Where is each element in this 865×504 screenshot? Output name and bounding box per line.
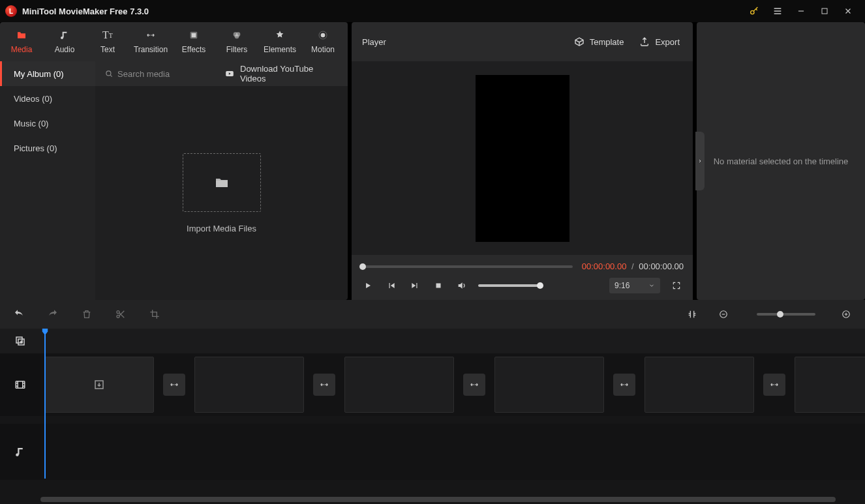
timeline-track-headers — [0, 329, 40, 504]
zoom-out-button[interactable] — [719, 310, 731, 319]
media-panel: Media Audio TT Text Transition — [0, 22, 348, 300]
prev-frame-button[interactable] — [384, 278, 399, 293]
split-button[interactable] — [114, 307, 128, 321]
play-button[interactable] — [361, 278, 375, 293]
tab-transition[interactable]: Transition — [129, 22, 172, 61]
tab-media[interactable]: Media — [0, 22, 43, 61]
video-track-header[interactable] — [0, 353, 40, 416]
transition-icon — [145, 29, 157, 41]
tab-text[interactable]: TT Text — [86, 22, 129, 61]
next-frame-button[interactable] — [408, 278, 422, 293]
timeline-scrollbar[interactable] — [40, 497, 852, 502]
sidebar-item-videos[interactable]: Videos (0) — [0, 86, 95, 111]
seek-slider[interactable] — [361, 265, 573, 268]
volume-button[interactable] — [455, 278, 469, 293]
elements-icon — [275, 29, 285, 41]
transition-slot[interactable] — [763, 374, 785, 396]
undo-button[interactable] — [12, 307, 26, 321]
crop-button[interactable] — [147, 307, 162, 321]
svg-point-9 — [106, 71, 111, 76]
time-separator: / — [629, 261, 637, 271]
tab-transition-label: Transition — [134, 45, 168, 54]
delete-button[interactable] — [80, 307, 94, 321]
text-icon: TT — [102, 29, 113, 41]
zoom-slider[interactable] — [757, 313, 815, 316]
tab-elements[interactable]: Elements — [258, 22, 301, 61]
transition-slot[interactable] — [163, 374, 185, 396]
svg-rect-11 — [216, 181, 228, 187]
timeline — [0, 300, 865, 504]
timeline-ruler[interactable] — [40, 329, 865, 353]
clip-slot[interactable] — [344, 357, 454, 413]
svg-rect-19 — [16, 381, 25, 389]
import-dropzone-box[interactable] — [183, 153, 261, 212]
music-note-icon — [59, 29, 70, 41]
tab-text-label: Text — [100, 45, 115, 54]
template-icon — [574, 37, 584, 47]
folder-open-icon — [213, 175, 231, 190]
tab-motion-label: Motion — [311, 45, 335, 54]
aspect-ratio-select[interactable]: 9:16 — [609, 278, 660, 293]
add-track-button[interactable] — [0, 329, 40, 353]
sidebar-item-label: Pictures (0) — [14, 143, 57, 153]
volume-slider[interactable] — [478, 284, 541, 287]
sidebar-item-pictures[interactable]: Pictures (0) — [0, 136, 95, 160]
transition-slot[interactable] — [613, 374, 635, 396]
clip-slot[interactable] — [494, 357, 604, 413]
svg-point-6 — [235, 35, 239, 39]
window-close-button[interactable] — [836, 0, 860, 22]
window-maximize-button[interactable] — [813, 0, 836, 22]
audio-track[interactable] — [40, 424, 865, 480]
fit-timeline-button[interactable] — [685, 307, 699, 321]
unlock-key-icon[interactable] — [742, 0, 766, 22]
timeline-tracks[interactable] — [40, 329, 865, 504]
clip-slot[interactable] — [44, 357, 154, 413]
search-input[interactable] — [117, 69, 209, 79]
fullscreen-button[interactable] — [669, 278, 684, 293]
sidebar-item-label: Videos (0) — [14, 94, 52, 104]
transition-slot[interactable] — [463, 374, 485, 396]
youtube-download-icon — [224, 69, 235, 78]
media-dropzone[interactable]: Import Media Files — [95, 86, 348, 300]
svg-point-7 — [321, 33, 326, 38]
zoom-in-button[interactable] — [842, 310, 853, 319]
app-logo-icon — [5, 5, 17, 17]
inspector-empty-message: No material selected on the timeline — [714, 156, 849, 166]
tab-effects[interactable]: Effects — [172, 22, 215, 61]
template-button[interactable]: Template — [571, 33, 627, 51]
hamburger-menu-icon[interactable] — [766, 0, 789, 22]
svg-point-0 — [751, 10, 754, 14]
export-label: Export — [655, 37, 680, 47]
sidebar-item-label: My Album (0) — [14, 69, 64, 79]
sidebar-item-music[interactable]: Music (0) — [0, 111, 95, 136]
playhead[interactable] — [44, 329, 46, 479]
chevron-down-icon — [648, 282, 655, 289]
export-button[interactable]: Export — [637, 33, 682, 51]
panel-collapse-handle[interactable] — [695, 132, 705, 190]
download-youtube-button[interactable]: Download YouTube Videos — [224, 64, 339, 83]
tab-filters[interactable]: Filters — [215, 22, 258, 61]
window-minimize-button[interactable] — [789, 0, 813, 22]
transition-slot[interactable] — [313, 374, 335, 396]
player-title: Player — [362, 37, 386, 47]
stop-button[interactable] — [431, 278, 446, 293]
clip-slot[interactable] — [795, 357, 865, 413]
tab-effects-label: Effects — [182, 45, 205, 54]
timeline-toolbar — [0, 300, 865, 329]
tab-elements-label: Elements — [264, 45, 296, 54]
clip-slot[interactable] — [645, 357, 754, 413]
sidebar-item-my-album[interactable]: My Album (0) — [0, 61, 95, 86]
clip-slot[interactable] — [194, 357, 304, 413]
category-tabs: Media Audio TT Text Transition — [0, 22, 348, 61]
tab-audio[interactable]: Audio — [43, 22, 86, 61]
tab-filters-label: Filters — [226, 45, 248, 54]
tab-motion[interactable]: Motion — [301, 22, 344, 61]
seek-thumb-icon — [359, 263, 366, 270]
tab-audio-label: Audio — [55, 45, 75, 54]
media-topbar: Download YouTube Videos — [95, 61, 348, 86]
audio-track-header[interactable] — [0, 424, 40, 480]
redo-button[interactable] — [46, 307, 60, 321]
video-track[interactable] — [40, 353, 865, 416]
effects-icon — [189, 29, 199, 41]
tab-media-label: Media — [11, 45, 33, 54]
